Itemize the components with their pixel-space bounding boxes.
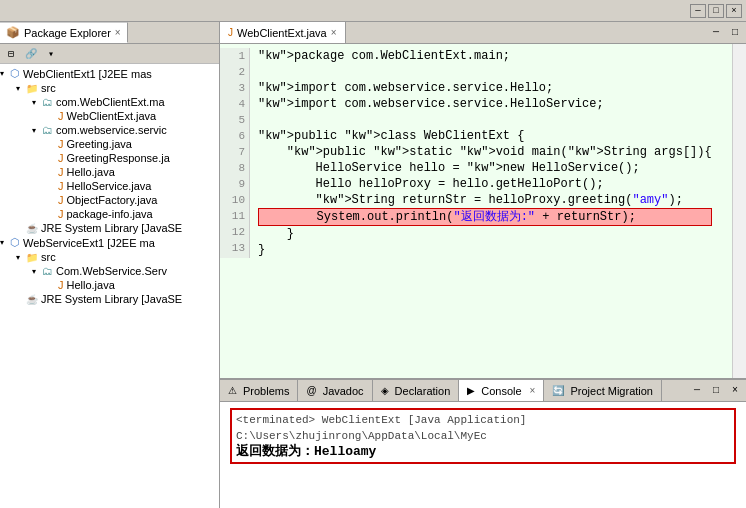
src-icon: 📁 <box>26 83 38 94</box>
bottom-tab-label: Problems <box>243 385 289 397</box>
collapse-all-button[interactable]: ⊟ <box>2 46 20 62</box>
tree-item-hello-java[interactable]: JHello.java <box>0 165 219 179</box>
tree-item-jre1[interactable]: ☕JRE System Library [JavaSE <box>0 221 219 235</box>
project-icon: ⬡ <box>10 236 20 249</box>
maximize-button[interactable]: □ <box>708 4 724 18</box>
code-line: "kw">String returnStr = helloProxy.greet… <box>258 192 712 208</box>
jre-icon: ☕ <box>26 294 38 305</box>
tree-item-label: WebClientExt1 [J2EE mas <box>23 68 152 80</box>
tree-item-com.webservice.servic[interactable]: ▾🗂com.webservice.servic <box>0 123 219 137</box>
tree-item-label: src <box>41 251 56 263</box>
tree-item-com.webclientext.ma[interactable]: ▾🗂com.WebClientExt.ma <box>0 95 219 109</box>
tree-item-greetingresponse-java[interactable]: JGreetingResponse.ja <box>0 151 219 165</box>
arrow-down-icon: ▾ <box>32 267 42 276</box>
tree-item-objectfactory-java[interactable]: JObjectFactory.java <box>0 193 219 207</box>
tree-item-label: src <box>41 82 56 94</box>
view-menu-icon: ▾ <box>48 48 54 60</box>
tree-item-jre2[interactable]: ☕JRE System Library [JavaSE <box>0 292 219 306</box>
left-panel: 📦 Package Explorer × ⊟ 🔗 ▾ ▾⬡WebClientEx… <box>0 22 220 508</box>
left-panel-toolbar: ⊟ 🔗 ▾ <box>0 44 219 64</box>
code-line: } <box>258 226 712 242</box>
line-number: 6 <box>224 128 245 144</box>
editor-maximize-button[interactable]: □ <box>726 25 744 41</box>
code-line <box>258 64 712 80</box>
tree-item-package-info-java[interactable]: Jpackage-info.java <box>0 207 219 221</box>
code-area: 12345678910111213 "kw">package com.WebCl… <box>220 48 732 258</box>
pkg-icon: 🗂 <box>42 124 53 136</box>
tree-item-label: HelloService.java <box>67 180 152 192</box>
line-number: 12 <box>224 224 245 240</box>
java-file-icon: J <box>228 27 233 38</box>
console-icon: ▶ <box>467 385 475 396</box>
bottom-tab-label: Javadoc <box>323 385 364 397</box>
tree-item-com.webservice.serv[interactable]: ▾🗂Com.WebService.Serv <box>0 264 219 278</box>
project-icon: ⬡ <box>10 67 20 80</box>
tree-item-label: WebClientExt.java <box>67 110 157 122</box>
editor-tab-close[interactable]: × <box>331 27 337 38</box>
main-layout: 📦 Package Explorer × ⊟ 🔗 ▾ ▾⬡WebClientEx… <box>0 22 746 508</box>
bottom-tab-console[interactable]: ▶Console× <box>459 380 544 401</box>
tree-item-label: Greeting.java <box>67 138 132 150</box>
line-number: 8 <box>224 160 245 176</box>
editor-area: J WebClientExt.java × ─ □ 12345678910111… <box>220 22 746 378</box>
tree-item-label: Hello.java <box>67 279 115 291</box>
java-icon: J <box>58 166 64 178</box>
console-tab-close[interactable]: × <box>530 385 536 396</box>
arrow-down-icon: ▾ <box>0 69 10 78</box>
package-explorer-tab[interactable]: 📦 Package Explorer × <box>0 22 128 43</box>
bottom-tab-javadoc[interactable]: @Javadoc <box>298 380 372 401</box>
bottom-tab-project-migration[interactable]: 🔄Project Migration <box>544 380 662 401</box>
link-icon: 🔗 <box>25 48 37 60</box>
link-editor-button[interactable]: 🔗 <box>22 46 40 62</box>
tree-item-label: Com.WebService.Serv <box>56 265 167 277</box>
left-panel-tab-bar: 📦 Package Explorer × <box>0 22 219 44</box>
editor-content[interactable]: 12345678910111213 "kw">package com.WebCl… <box>220 44 732 378</box>
bottom-tab-declaration[interactable]: ◈Declaration <box>373 380 460 401</box>
tree-item-webclientext-java[interactable]: JWebClientExt.java <box>0 109 219 123</box>
minimize-button[interactable]: ─ <box>690 4 706 18</box>
console-minimize-btn[interactable]: ─ <box>688 383 706 399</box>
java-icon: J <box>58 152 64 164</box>
java-icon: J <box>58 110 64 122</box>
tree-item-src2[interactable]: ▾📁src <box>0 250 219 264</box>
bottom-tab-problems[interactable]: ⚠Problems <box>220 380 298 401</box>
code-line: System.out.println("返回数据为:" + returnStr)… <box>258 208 712 226</box>
arrow-down-icon: ▾ <box>32 126 42 135</box>
package-explorer-icon: 📦 <box>6 26 20 39</box>
pkg-icon: 🗂 <box>42 265 53 277</box>
tree-item-hello-java2[interactable]: JHello.java <box>0 278 219 292</box>
right-panel: J WebClientExt.java × ─ □ 12345678910111… <box>220 22 746 508</box>
tree-item-label: WebServiceExt1 [J2EE ma <box>23 237 155 249</box>
tree-item-label: JRE System Library [JavaSE <box>41 293 182 305</box>
package-explorer-close[interactable]: × <box>115 27 121 38</box>
line-number: 11 <box>224 208 245 224</box>
java-icon: J <box>58 208 64 220</box>
console-close-btn[interactable]: × <box>726 383 744 399</box>
console-maximize-btn[interactable]: □ <box>707 383 725 399</box>
tree-item-label: JRE System Library [JavaSE <box>41 222 182 234</box>
tree-item-webclientext1[interactable]: ▾⬡WebClientExt1 [J2EE mas <box>0 66 219 81</box>
tree-item-greeting-java[interactable]: JGreeting.java <box>0 137 219 151</box>
editor-minimize-button[interactable]: ─ <box>707 25 725 41</box>
arrow-down-icon: ▾ <box>0 238 10 247</box>
java-icon: J <box>58 138 64 150</box>
line-number: 5 <box>224 112 245 128</box>
view-menu-button[interactable]: ▾ <box>42 46 60 62</box>
tree-item-src[interactable]: ▾📁src <box>0 81 219 95</box>
tree-item-label: ObjectFactory.java <box>67 194 158 206</box>
line-numbers: 12345678910111213 <box>220 48 250 258</box>
code-line: "kw">public "kw">class WebClientExt { <box>258 128 712 144</box>
line-number: 1 <box>224 48 245 64</box>
package-explorer-tree: ▾⬡WebClientExt1 [J2EE mas▾📁src▾🗂com.WebC… <box>0 64 219 508</box>
webclientext-java-tab[interactable]: J WebClientExt.java × <box>220 22 346 43</box>
bottom-tab-bar: ⚠Problems@Javadoc◈Declaration▶Console×🔄P… <box>220 380 746 402</box>
tree-item-label: Hello.java <box>67 166 115 178</box>
close-button[interactable]: × <box>726 4 742 18</box>
editor-tab-bar: J WebClientExt.java × ─ □ <box>220 22 746 44</box>
code-line: "kw">import com.webservice.service.Hello… <box>258 80 712 96</box>
tree-item-helloservice-java[interactable]: JHelloService.java <box>0 179 219 193</box>
code-line: "kw">public "kw">static "kw">void main("… <box>258 144 712 160</box>
tree-item-webserviceext1[interactable]: ▾⬡WebServiceExt1 [J2EE ma <box>0 235 219 250</box>
console-line: 返回数据为：Helloamy <box>236 444 730 460</box>
editor-scrollbar[interactable] <box>732 44 746 378</box>
